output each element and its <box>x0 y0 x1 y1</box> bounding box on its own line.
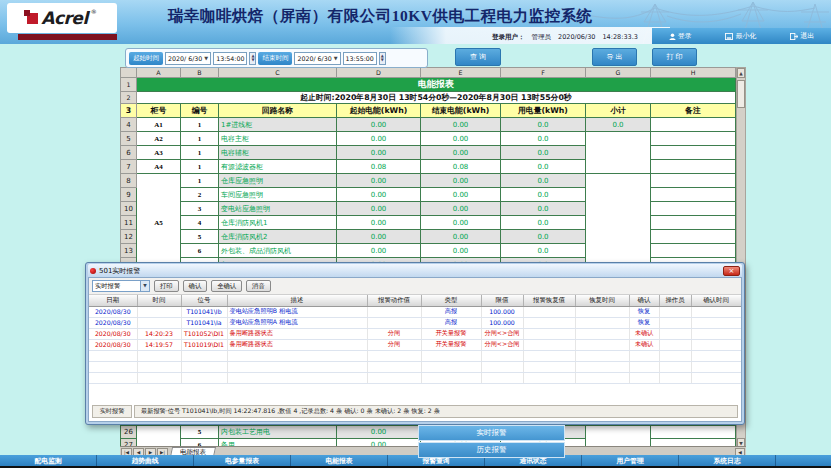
alarm-filter-dropdown[interactable]: 实时报警 ▼ <box>92 280 150 292</box>
usage-cell[interactable]: 0.0 <box>501 118 586 132</box>
bottom-nav-item-1[interactable]: 趋势曲线 <box>97 455 194 466</box>
column-letter-E[interactable]: E <box>421 68 501 78</box>
end-energy-cell[interactable]: 0.00 <box>421 244 501 258</box>
row-number[interactable]: 10 <box>121 202 137 216</box>
report-col-header-6[interactable]: 小计 <box>586 104 651 118</box>
usage-cell[interactable]: 0.0 <box>501 230 586 244</box>
menu-item-realtime-alarm[interactable]: 实时报警 <box>418 425 565 441</box>
circuit-name-cell[interactable]: 仓库消防风机2 <box>219 230 337 244</box>
alarm-button-3[interactable]: 消音 <box>246 280 271 292</box>
circuit-name-cell[interactable]: 内包装工艺用电 <box>219 426 337 439</box>
row-number[interactable]: 2 <box>121 92 137 104</box>
circuit-name-cell[interactable]: 仓库消防风机1 <box>219 216 337 230</box>
end-time-stepper[interactable]: ▲▼ <box>379 52 386 65</box>
alarm-col-header-3[interactable]: 描述 <box>227 295 367 306</box>
remark-cell[interactable] <box>651 244 736 258</box>
alarm-window-titlebar[interactable]: 501实时报警 × <box>88 264 742 277</box>
end-time-field[interactable]: 13:55:00 <box>343 52 377 65</box>
row-number[interactable]: 1 <box>121 78 137 92</box>
scrollbar-thumb[interactable] <box>737 80 745 108</box>
alarm-col-header-11[interactable]: 确认时间 <box>691 295 741 306</box>
circuit-name-cell[interactable]: 备用 <box>219 439 337 447</box>
usage-cell[interactable]: 0.0 <box>501 216 586 230</box>
subtotal-merged-cell[interactable] <box>586 426 651 447</box>
remark-cell[interactable] <box>651 160 736 174</box>
cabinet-cell[interactable] <box>137 426 181 447</box>
login-button[interactable]: 登录 <box>669 31 692 41</box>
end-date-field[interactable]: 2020/ 6/30▼ <box>294 52 340 65</box>
alarm-button-2[interactable]: 全确认 <box>211 280 242 292</box>
report-title[interactable]: 电能报表 <box>137 78 736 92</box>
end-energy-cell[interactable]: 0.00 <box>421 132 501 146</box>
start-energy-cell[interactable]: 0.00 <box>337 132 421 146</box>
row-number[interactable]: 13 <box>121 244 137 258</box>
circuit-name-cell[interactable]: 电容辅柜 <box>219 146 337 160</box>
alarm-button-0[interactable]: 打印 <box>154 280 179 292</box>
column-letter-F[interactable]: F <box>501 68 586 78</box>
scroll-up-icon[interactable]: ▲ <box>737 68 745 78</box>
alarm-col-header-4[interactable]: 报警动作值 <box>367 295 421 306</box>
cabinet-cell[interactable]: A2 <box>137 132 181 146</box>
usage-cell[interactable]: 0.0 <box>501 132 586 146</box>
exit-button[interactable]: 退出 <box>790 31 814 41</box>
remark-cell[interactable] <box>651 439 736 447</box>
alarm-col-header-9[interactable]: 确认 <box>629 295 659 306</box>
circuit-number-cell[interactable]: 1 <box>181 174 219 188</box>
row-number[interactable]: 9 <box>121 188 137 202</box>
row-number[interactable]: 27 <box>121 439 137 447</box>
bottom-nav-item-0[interactable]: 配电监测 <box>0 455 97 466</box>
alarm-col-header-5[interactable]: 类型 <box>421 295 481 306</box>
circuit-name-cell[interactable]: 1#进线柜 <box>219 118 337 132</box>
remark-cell[interactable] <box>651 202 736 216</box>
bottom-nav-item-2[interactable]: 电参量报表 <box>194 455 291 466</box>
alarm-col-header-2[interactable]: 位号 <box>181 295 227 306</box>
circuit-name-cell[interactable]: 有源滤波器柜 <box>219 160 337 174</box>
remark-cell[interactable] <box>651 216 736 230</box>
remark-cell[interactable] <box>651 230 736 244</box>
start-energy-cell[interactable]: 0.00 <box>337 202 421 216</box>
circuit-number-cell[interactable]: 2 <box>181 188 219 202</box>
alarm-col-header-7[interactable]: 报警恢复值 <box>523 295 575 306</box>
start-energy-cell[interactable]: 0.00 <box>337 244 421 258</box>
bottom-nav-item-3[interactable]: 电能报表 <box>291 455 388 466</box>
circuit-number-cell[interactable]: 1 <box>181 146 219 160</box>
close-icon[interactable]: × <box>723 266 740 276</box>
report-col-header-5[interactable]: 用电量(kWh) <box>501 104 586 118</box>
remark-cell[interactable] <box>651 118 736 132</box>
remark-cell[interactable] <box>651 146 736 160</box>
end-energy-cell[interactable]: 0.00 <box>421 146 501 160</box>
usage-cell[interactable]: 0.0 <box>501 188 586 202</box>
subtotal-merged-cell[interactable] <box>586 132 651 174</box>
circuit-number-cell[interactable]: 3 <box>181 202 219 216</box>
alarm-row-3[interactable]: 2020/08/3014:19:57T101019\DI1备用断路器状态分闸开关… <box>89 339 741 350</box>
circuit-number-cell[interactable]: 1 <box>181 118 219 132</box>
bottom-nav-item-6[interactable]: 用户管理 <box>582 455 679 466</box>
usage-cell[interactable]: 0.0 <box>501 146 586 160</box>
column-letter-A[interactable]: A <box>137 68 181 78</box>
alarm-row-1[interactable]: 2020/08/30T101041\Ia变电站应急照明A 相电流高报100.00… <box>89 317 741 328</box>
start-energy-cell[interactable]: 0.00 <box>337 439 421 447</box>
cabinet-cell[interactable]: A3 <box>137 146 181 160</box>
subtotal-cell[interactable]: 0.0 <box>586 118 651 132</box>
alarm-col-header-8[interactable]: 恢复时间 <box>575 295 629 306</box>
cabinet-cell[interactable]: A5 <box>137 174 181 272</box>
print-button[interactable]: 打 印 <box>652 48 697 66</box>
start-energy-cell[interactable]: 0.00 <box>337 188 421 202</box>
column-letter-D[interactable]: D <box>337 68 421 78</box>
circuit-number-cell[interactable]: 5 <box>181 426 219 439</box>
menu-item-history-alarm[interactable]: 历史报警 <box>418 442 565 458</box>
alarm-col-header-0[interactable]: 日期 <box>89 295 137 306</box>
column-letter-H[interactable]: H <box>651 68 736 78</box>
row-number[interactable]: 11 <box>121 216 137 230</box>
row-number[interactable]: 5 <box>121 132 137 146</box>
row-number[interactable]: 4 <box>121 118 137 132</box>
circuit-number-cell[interactable]: 1 <box>181 160 219 174</box>
row-number[interactable]: 7 <box>121 160 137 174</box>
report-col-header-0[interactable]: 柜号 <box>137 104 181 118</box>
report-col-header-2[interactable]: 回路名称 <box>219 104 337 118</box>
usage-cell[interactable]: 0.0 <box>501 202 586 216</box>
circuit-number-cell[interactable]: 6 <box>181 244 219 258</box>
start-date-field[interactable]: 2020/ 6/30▼ <box>165 52 211 65</box>
circuit-name-cell[interactable]: 变电站应急照明 <box>219 202 337 216</box>
start-energy-cell[interactable]: 0.00 <box>337 146 421 160</box>
